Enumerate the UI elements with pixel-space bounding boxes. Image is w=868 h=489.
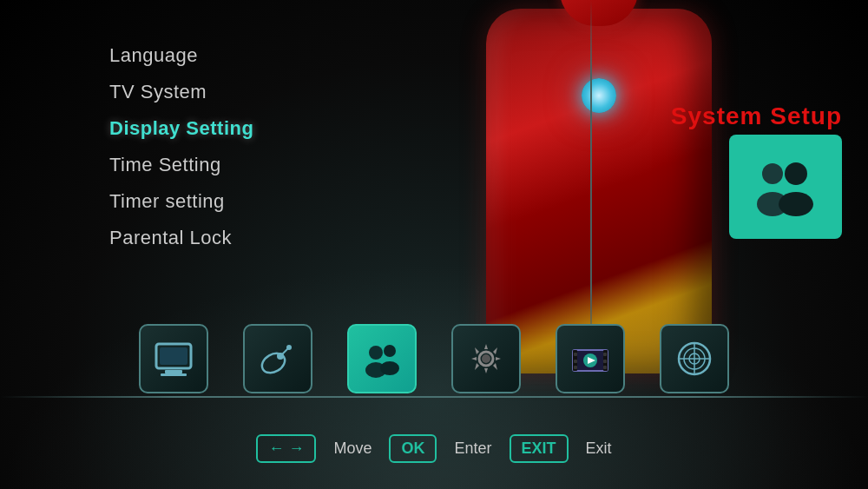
- svg-rect-26: [603, 366, 607, 369]
- gear-icon: [464, 337, 508, 380]
- controls-bar: ← → Move OK Enter EXIT Exit: [0, 434, 868, 463]
- system-setup-icon-box[interactable]: [729, 135, 842, 239]
- satellite-icon: [256, 337, 299, 380]
- network-icon: [673, 337, 716, 380]
- move-badge[interactable]: ← →: [256, 434, 316, 463]
- menu-item-language[interactable]: Language: [109, 39, 253, 72]
- svg-rect-24: [603, 353, 607, 356]
- icons-bar: [0, 324, 868, 393]
- svg-rect-6: [161, 373, 187, 376]
- menu-item-tv-system[interactable]: TV System: [109, 76, 253, 109]
- tv-icon: [152, 337, 195, 380]
- icon-media[interactable]: [556, 324, 625, 393]
- media-icon: [569, 337, 612, 380]
- main-menu: Language TV System Display Setting Time …: [109, 39, 253, 254]
- svg-rect-22: [574, 360, 577, 363]
- menu-item-display[interactable]: Display Setting: [109, 112, 253, 145]
- svg-rect-7: [160, 347, 187, 365]
- ironman-figure: [417, 0, 781, 373]
- icon-satellite[interactable]: [243, 324, 312, 393]
- svg-rect-23: [574, 366, 577, 369]
- svg-point-15: [380, 361, 399, 375]
- users-small-icon: [360, 337, 404, 380]
- horizontal-divider: [0, 396, 868, 398]
- svg-point-12: [369, 346, 383, 360]
- svg-rect-21: [574, 353, 577, 356]
- ok-badge[interactable]: OK: [389, 434, 437, 463]
- move-label: Move: [333, 439, 372, 458]
- icon-tv[interactable]: [139, 324, 208, 393]
- svg-rect-25: [603, 360, 607, 363]
- exit-label: Exit: [586, 439, 612, 458]
- icon-network[interactable]: [660, 324, 729, 393]
- menu-item-parental-lock[interactable]: Parental Lock: [109, 221, 253, 254]
- system-setup-title: System Setup: [671, 102, 842, 130]
- svg-rect-5: [165, 370, 182, 373]
- menu-item-timer-setting[interactable]: Timer setting: [109, 185, 253, 218]
- icon-users[interactable]: [347, 324, 417, 393]
- svg-point-3: [779, 192, 813, 216]
- vertical-divider: [590, 0, 592, 365]
- users-icon: [751, 156, 820, 217]
- svg-point-17: [482, 354, 490, 363]
- svg-point-0: [762, 163, 783, 184]
- icon-settings[interactable]: [451, 324, 521, 393]
- enter-label: Enter: [454, 439, 491, 458]
- exit-badge[interactable]: EXIT: [510, 434, 569, 463]
- menu-item-time-setting[interactable]: Time Setting: [109, 149, 253, 182]
- svg-point-11: [286, 345, 292, 350]
- svg-point-2: [785, 162, 807, 185]
- svg-point-14: [384, 345, 396, 357]
